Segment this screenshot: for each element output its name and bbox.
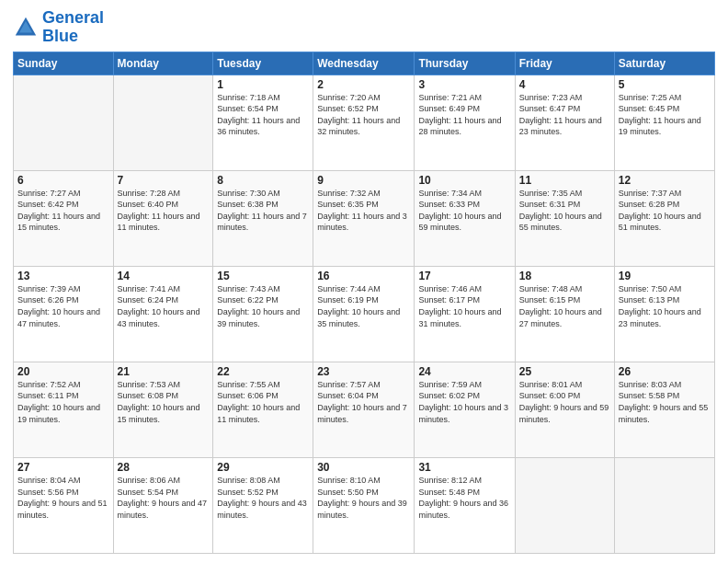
calendar-cell: 11Sunrise: 7:35 AMSunset: 6:31 PMDayligh… (515, 170, 614, 266)
day-info: Sunrise: 7:41 AMSunset: 6:24 PMDaylight:… (118, 283, 210, 329)
day-info: Sunrise: 7:20 AMSunset: 6:52 PMDaylight:… (317, 92, 410, 138)
calendar-cell: 13Sunrise: 7:39 AMSunset: 6:26 PMDayligh… (14, 266, 114, 362)
calendar-cell: 31Sunrise: 8:12 AMSunset: 5:48 PMDayligh… (415, 457, 515, 553)
calendar-cell: 12Sunrise: 7:37 AMSunset: 6:28 PMDayligh… (614, 170, 714, 266)
calendar-cell: 23Sunrise: 7:57 AMSunset: 6:04 PMDayligh… (313, 362, 415, 457)
calendar-cell (14, 75, 114, 170)
logo-icon (13, 15, 39, 40)
day-number: 11 (519, 174, 610, 187)
day-info: Sunrise: 7:37 AMSunset: 6:28 PMDaylight:… (619, 188, 711, 234)
weekday-header-tuesday: Tuesday (213, 52, 313, 75)
page: General Blue SundayMondayTuesdayWednesda… (0, 0, 728, 563)
calendar-cell: 7Sunrise: 7:28 AMSunset: 6:40 PMDaylight… (113, 170, 213, 266)
calendar-cell: 15Sunrise: 7:43 AMSunset: 6:22 PMDayligh… (213, 266, 313, 362)
day-number: 19 (619, 270, 711, 282)
day-info: Sunrise: 7:39 AMSunset: 6:26 PMDaylight:… (17, 283, 109, 329)
calendar-week-row: 13Sunrise: 7:39 AMSunset: 6:26 PMDayligh… (14, 266, 715, 362)
day-number: 9 (317, 174, 410, 187)
day-number: 8 (217, 174, 309, 187)
day-number: 16 (317, 270, 410, 282)
calendar-cell: 27Sunrise: 8:04 AMSunset: 5:56 PMDayligh… (14, 457, 114, 553)
weekday-header-sunday: Sunday (14, 52, 114, 75)
day-number: 25 (519, 365, 610, 378)
day-number: 20 (17, 365, 109, 378)
calendar-cell: 3Sunrise: 7:21 AMSunset: 6:49 PMDaylight… (415, 75, 515, 170)
calendar-cell: 29Sunrise: 8:08 AMSunset: 5:52 PMDayligh… (213, 457, 313, 553)
day-number: 22 (217, 365, 309, 378)
calendar-cell: 26Sunrise: 8:03 AMSunset: 5:58 PMDayligh… (614, 362, 714, 457)
calendar-cell: 16Sunrise: 7:44 AMSunset: 6:19 PMDayligh… (313, 266, 415, 362)
calendar-table: SundayMondayTuesdayWednesdayThursdayFrid… (13, 52, 715, 554)
day-info: Sunrise: 7:43 AMSunset: 6:22 PMDaylight:… (217, 283, 309, 329)
calendar-cell: 19Sunrise: 7:50 AMSunset: 6:13 PMDayligh… (614, 266, 714, 362)
day-number: 5 (619, 78, 711, 91)
day-number: 23 (317, 365, 410, 378)
logo: General Blue (13, 9, 104, 46)
calendar-cell: 10Sunrise: 7:34 AMSunset: 6:33 PMDayligh… (415, 170, 515, 266)
day-info: Sunrise: 7:53 AMSunset: 6:08 PMDaylight:… (118, 379, 210, 425)
calendar-cell (515, 457, 614, 553)
calendar-cell: 21Sunrise: 7:53 AMSunset: 6:08 PMDayligh… (113, 362, 213, 457)
day-info: Sunrise: 8:01 AMSunset: 6:00 PMDaylight:… (519, 379, 610, 425)
day-number: 31 (418, 461, 510, 474)
weekday-header-saturday: Saturday (614, 52, 714, 75)
day-info: Sunrise: 7:25 AMSunset: 6:45 PMDaylight:… (619, 92, 711, 138)
day-info: Sunrise: 8:12 AMSunset: 5:48 PMDaylight:… (418, 475, 510, 521)
day-number: 2 (317, 78, 410, 91)
day-number: 10 (418, 174, 510, 187)
day-number: 3 (418, 78, 510, 91)
weekday-header-wednesday: Wednesday (313, 52, 415, 75)
day-info: Sunrise: 7:48 AMSunset: 6:15 PMDaylight:… (519, 283, 610, 329)
calendar-cell: 5Sunrise: 7:25 AMSunset: 6:45 PMDaylight… (614, 75, 714, 170)
day-number: 27 (17, 461, 109, 474)
day-info: Sunrise: 7:59 AMSunset: 6:02 PMDaylight:… (418, 379, 510, 425)
calendar-cell: 4Sunrise: 7:23 AMSunset: 6:47 PMDaylight… (515, 75, 614, 170)
calendar-cell: 14Sunrise: 7:41 AMSunset: 6:24 PMDayligh… (113, 266, 213, 362)
weekday-header-monday: Monday (113, 52, 213, 75)
weekday-header-thursday: Thursday (415, 52, 515, 75)
day-number: 24 (418, 365, 510, 378)
calendar-cell: 17Sunrise: 7:46 AMSunset: 6:17 PMDayligh… (415, 266, 515, 362)
calendar-cell: 6Sunrise: 7:27 AMSunset: 6:42 PMDaylight… (14, 170, 114, 266)
day-info: Sunrise: 7:30 AMSunset: 6:38 PMDaylight:… (217, 188, 309, 234)
day-info: Sunrise: 8:04 AMSunset: 5:56 PMDaylight:… (17, 475, 109, 521)
calendar-cell: 20Sunrise: 7:52 AMSunset: 6:11 PMDayligh… (14, 362, 114, 457)
day-number: 14 (118, 270, 210, 282)
calendar-cell: 24Sunrise: 7:59 AMSunset: 6:02 PMDayligh… (415, 362, 515, 457)
day-info: Sunrise: 8:03 AMSunset: 5:58 PMDaylight:… (619, 379, 711, 425)
day-info: Sunrise: 7:52 AMSunset: 6:11 PMDaylight:… (17, 379, 109, 425)
day-number: 13 (17, 270, 109, 282)
day-number: 18 (519, 270, 610, 282)
day-info: Sunrise: 7:46 AMSunset: 6:17 PMDaylight:… (418, 283, 510, 329)
header: General Blue (13, 9, 715, 46)
day-info: Sunrise: 8:10 AMSunset: 5:50 PMDaylight:… (317, 475, 410, 521)
day-info: Sunrise: 7:35 AMSunset: 6:31 PMDaylight:… (519, 188, 610, 234)
calendar-cell: 2Sunrise: 7:20 AMSunset: 6:52 PMDaylight… (313, 75, 415, 170)
calendar-cell: 25Sunrise: 8:01 AMSunset: 6:00 PMDayligh… (515, 362, 614, 457)
day-info: Sunrise: 7:55 AMSunset: 6:06 PMDaylight:… (217, 379, 309, 425)
calendar-week-row: 27Sunrise: 8:04 AMSunset: 5:56 PMDayligh… (14, 457, 715, 553)
logo-text: General Blue (42, 9, 104, 46)
day-number: 1 (217, 78, 309, 91)
calendar-cell: 1Sunrise: 7:18 AMSunset: 6:54 PMDaylight… (213, 75, 313, 170)
calendar-cell: 9Sunrise: 7:32 AMSunset: 6:35 PMDaylight… (313, 170, 415, 266)
day-info: Sunrise: 8:06 AMSunset: 5:54 PMDaylight:… (118, 475, 210, 521)
day-number: 26 (619, 365, 711, 378)
day-number: 4 (519, 78, 610, 91)
calendar-cell (614, 457, 714, 553)
weekday-header-row: SundayMondayTuesdayWednesdayThursdayFrid… (14, 52, 715, 75)
day-number: 28 (118, 461, 210, 474)
day-info: Sunrise: 8:08 AMSunset: 5:52 PMDaylight:… (217, 475, 309, 521)
day-info: Sunrise: 7:23 AMSunset: 6:47 PMDaylight:… (519, 92, 610, 138)
calendar-week-row: 1Sunrise: 7:18 AMSunset: 6:54 PMDaylight… (14, 75, 715, 170)
day-info: Sunrise: 7:32 AMSunset: 6:35 PMDaylight:… (317, 188, 410, 234)
day-info: Sunrise: 7:34 AMSunset: 6:33 PMDaylight:… (418, 188, 510, 234)
calendar-cell: 28Sunrise: 8:06 AMSunset: 5:54 PMDayligh… (113, 457, 213, 553)
calendar-cell (113, 75, 213, 170)
calendar-cell: 8Sunrise: 7:30 AMSunset: 6:38 PMDaylight… (213, 170, 313, 266)
day-info: Sunrise: 7:21 AMSunset: 6:49 PMDaylight:… (418, 92, 510, 138)
day-info: Sunrise: 7:44 AMSunset: 6:19 PMDaylight:… (317, 283, 410, 329)
day-info: Sunrise: 7:50 AMSunset: 6:13 PMDaylight:… (619, 283, 711, 329)
calendar-week-row: 20Sunrise: 7:52 AMSunset: 6:11 PMDayligh… (14, 362, 715, 457)
calendar-cell: 18Sunrise: 7:48 AMSunset: 6:15 PMDayligh… (515, 266, 614, 362)
